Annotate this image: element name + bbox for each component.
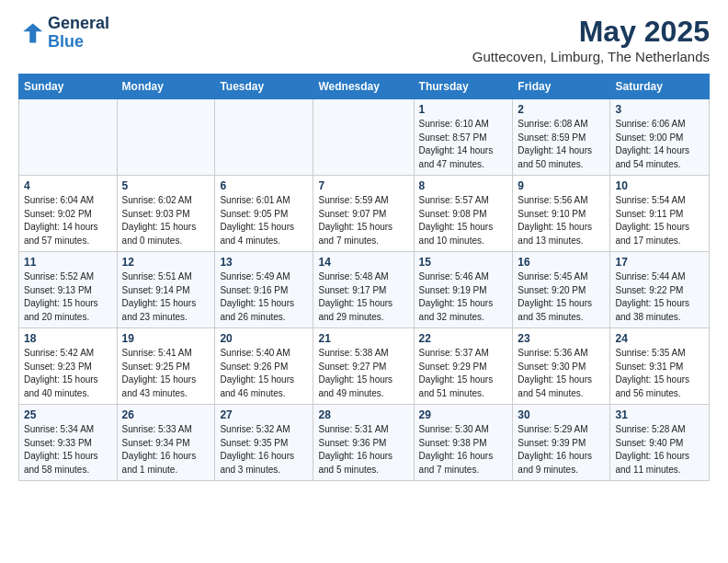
calendar-cell [19, 99, 118, 176]
weekday-header: Thursday [414, 75, 513, 99]
calendar-cell: 20Sunrise: 5:40 AM Sunset: 9:26 PM Dayli… [215, 328, 313, 405]
svg-marker-0 [23, 23, 42, 42]
calendar-cell: 8Sunrise: 5:57 AM Sunset: 9:08 PM Daylig… [414, 176, 513, 252]
day-info: Sunrise: 5:41 AM Sunset: 9:25 PM Dayligh… [122, 347, 210, 400]
day-info: Sunrise: 5:46 AM Sunset: 9:19 PM Dayligh… [419, 270, 508, 324]
day-number: 24 [615, 332, 704, 345]
day-number: 11 [24, 256, 112, 269]
day-info: Sunrise: 5:36 AM Sunset: 9:30 PM Dayligh… [518, 347, 605, 400]
calendar-cell: 7Sunrise: 5:59 AM Sunset: 9:07 PM Daylig… [313, 176, 414, 252]
calendar-cell: 2Sunrise: 6:08 AM Sunset: 8:59 PM Daylig… [513, 99, 610, 176]
weekday-header: Wednesday [313, 75, 414, 99]
day-number: 13 [220, 256, 308, 269]
calendar-cell: 1Sunrise: 6:10 AM Sunset: 8:57 PM Daylig… [414, 99, 513, 176]
day-number: 1 [419, 103, 508, 116]
weekday-header: Monday [117, 75, 215, 99]
calendar-cell [313, 99, 414, 176]
weekday-header: Sunday [19, 75, 118, 99]
day-number: 23 [518, 332, 605, 345]
calendar-cell: 9Sunrise: 5:56 AM Sunset: 9:10 PM Daylig… [513, 176, 610, 252]
calendar-cell: 21Sunrise: 5:38 AM Sunset: 9:27 PM Dayli… [313, 328, 414, 405]
day-info: Sunrise: 5:51 AM Sunset: 9:14 PM Dayligh… [122, 270, 210, 324]
day-number: 5 [122, 179, 210, 192]
day-number: 8 [419, 179, 508, 192]
calendar-cell [215, 99, 313, 176]
day-info: Sunrise: 5:35 AM Sunset: 9:31 PM Dayligh… [615, 347, 704, 400]
calendar-cell: 30Sunrise: 5:29 AM Sunset: 9:39 PM Dayli… [513, 405, 610, 481]
calendar-cell: 25Sunrise: 5:34 AM Sunset: 9:33 PM Dayli… [19, 405, 118, 481]
month-title: May 2025 [472, 15, 710, 49]
logo: General Blue [18, 15, 109, 52]
day-number: 26 [122, 408, 210, 421]
calendar-cell: 29Sunrise: 5:30 AM Sunset: 9:38 PM Dayli… [414, 405, 513, 481]
calendar-cell: 6Sunrise: 6:01 AM Sunset: 9:05 PM Daylig… [215, 176, 313, 252]
day-number: 3 [615, 103, 704, 116]
calendar-cell: 27Sunrise: 5:32 AM Sunset: 9:35 PM Dayli… [215, 405, 313, 481]
day-number: 28 [318, 408, 408, 421]
day-number: 19 [122, 332, 210, 345]
day-number: 15 [419, 256, 508, 269]
day-info: Sunrise: 5:59 AM Sunset: 9:07 PM Dayligh… [318, 194, 408, 247]
day-info: Sunrise: 5:54 AM Sunset: 9:11 PM Dayligh… [615, 194, 704, 247]
day-info: Sunrise: 5:40 AM Sunset: 9:26 PM Dayligh… [220, 347, 308, 400]
calendar-cell: 31Sunrise: 5:28 AM Sunset: 9:40 PM Dayli… [610, 405, 710, 481]
day-info: Sunrise: 5:33 AM Sunset: 9:34 PM Dayligh… [122, 423, 210, 477]
calendar-cell: 16Sunrise: 5:45 AM Sunset: 9:20 PM Dayli… [513, 252, 610, 328]
day-number: 16 [518, 256, 605, 269]
day-info: Sunrise: 5:38 AM Sunset: 9:27 PM Dayligh… [318, 347, 408, 400]
day-info: Sunrise: 5:45 AM Sunset: 9:20 PM Dayligh… [518, 270, 605, 324]
calendar-cell: 18Sunrise: 5:42 AM Sunset: 9:23 PM Dayli… [19, 328, 118, 405]
weekday-header: Friday [513, 75, 610, 99]
day-number: 21 [318, 332, 408, 345]
calendar-cell: 23Sunrise: 5:36 AM Sunset: 9:30 PM Dayli… [513, 328, 610, 405]
calendar-cell: 22Sunrise: 5:37 AM Sunset: 9:29 PM Dayli… [414, 328, 513, 405]
day-number: 31 [615, 408, 704, 421]
day-info: Sunrise: 6:02 AM Sunset: 9:03 PM Dayligh… [122, 194, 210, 247]
calendar-cell: 13Sunrise: 5:49 AM Sunset: 9:16 PM Dayli… [215, 252, 313, 328]
weekday-header: Saturday [610, 75, 710, 99]
day-number: 18 [24, 332, 112, 345]
title-block: May 2025 Guttecoven, Limburg, The Nether… [472, 15, 710, 64]
day-info: Sunrise: 5:49 AM Sunset: 9:16 PM Dayligh… [220, 270, 308, 324]
calendar-cell: 19Sunrise: 5:41 AM Sunset: 9:25 PM Dayli… [117, 328, 215, 405]
day-number: 9 [518, 179, 605, 192]
calendar-cell: 11Sunrise: 5:52 AM Sunset: 9:13 PM Dayli… [19, 252, 118, 328]
day-number: 22 [419, 332, 508, 345]
calendar-cell: 28Sunrise: 5:31 AM Sunset: 9:36 PM Dayli… [313, 405, 414, 481]
day-number: 14 [318, 256, 408, 269]
day-info: Sunrise: 6:01 AM Sunset: 9:05 PM Dayligh… [220, 194, 308, 247]
weekday-header: Tuesday [215, 75, 313, 99]
day-info: Sunrise: 5:32 AM Sunset: 9:35 PM Dayligh… [220, 423, 308, 477]
day-number: 6 [220, 179, 308, 192]
calendar-cell: 17Sunrise: 5:44 AM Sunset: 9:22 PM Dayli… [610, 252, 710, 328]
page-header: General Blue May 2025 Guttecoven, Limbur… [18, 15, 710, 64]
logo-text: General Blue [48, 15, 109, 52]
day-info: Sunrise: 5:57 AM Sunset: 9:08 PM Dayligh… [419, 194, 508, 247]
day-info: Sunrise: 5:52 AM Sunset: 9:13 PM Dayligh… [24, 270, 112, 324]
calendar-cell: 4Sunrise: 6:04 AM Sunset: 9:02 PM Daylig… [19, 176, 118, 252]
calendar-cell [117, 99, 215, 176]
calendar-cell: 3Sunrise: 6:06 AM Sunset: 9:00 PM Daylig… [610, 99, 710, 176]
day-info: Sunrise: 5:42 AM Sunset: 9:23 PM Dayligh… [24, 347, 112, 400]
day-number: 10 [615, 179, 704, 192]
calendar-cell: 14Sunrise: 5:48 AM Sunset: 9:17 PM Dayli… [313, 252, 414, 328]
calendar-cell: 12Sunrise: 5:51 AM Sunset: 9:14 PM Dayli… [117, 252, 215, 328]
calendar-cell: 26Sunrise: 5:33 AM Sunset: 9:34 PM Dayli… [117, 405, 215, 481]
day-number: 12 [122, 256, 210, 269]
day-info: Sunrise: 5:28 AM Sunset: 9:40 PM Dayligh… [615, 423, 704, 477]
day-info: Sunrise: 5:48 AM Sunset: 9:17 PM Dayligh… [318, 270, 408, 324]
day-info: Sunrise: 5:31 AM Sunset: 9:36 PM Dayligh… [318, 423, 408, 477]
calendar-cell: 5Sunrise: 6:02 AM Sunset: 9:03 PM Daylig… [117, 176, 215, 252]
day-number: 2 [518, 103, 605, 116]
day-number: 29 [419, 408, 508, 421]
day-info: Sunrise: 6:08 AM Sunset: 8:59 PM Dayligh… [518, 118, 605, 171]
day-info: Sunrise: 6:06 AM Sunset: 9:00 PM Dayligh… [615, 118, 704, 171]
day-number: 17 [615, 256, 704, 269]
day-number: 25 [24, 408, 112, 421]
day-info: Sunrise: 5:37 AM Sunset: 9:29 PM Dayligh… [419, 347, 508, 400]
day-info: Sunrise: 5:30 AM Sunset: 9:38 PM Dayligh… [419, 423, 508, 477]
calendar-table: SundayMondayTuesdayWednesdayThursdayFrid… [18, 74, 710, 481]
calendar-cell: 10Sunrise: 5:54 AM Sunset: 9:11 PM Dayli… [610, 176, 710, 252]
day-number: 20 [220, 332, 308, 345]
day-info: Sunrise: 5:56 AM Sunset: 9:10 PM Dayligh… [518, 194, 605, 247]
